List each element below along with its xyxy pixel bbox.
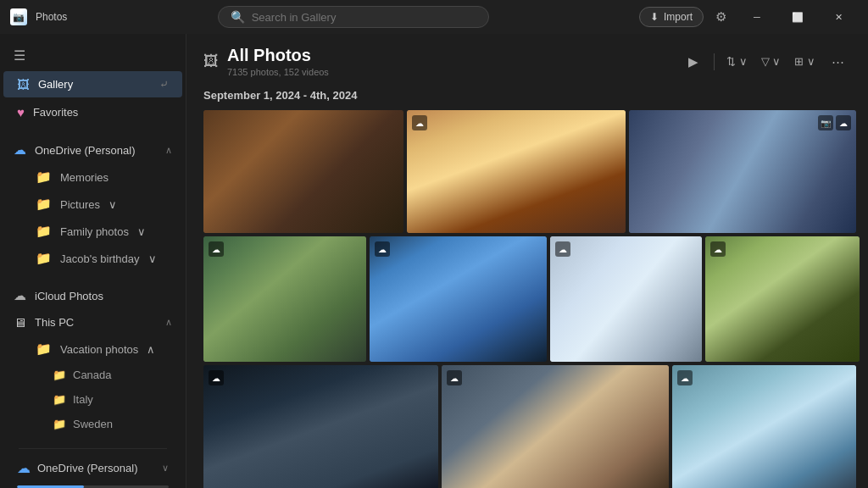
gallery-action-icon: ⤶ — [159, 78, 169, 91]
titlebar-left: 📷 Photos — [10, 8, 67, 25]
onedrive-section-icon: ☁ — [14, 142, 26, 158]
gallery-icon: 🖼 — [17, 77, 30, 92]
photo-r2c1[interactable]: ☁ — [203, 236, 366, 362]
jacobs-birthday-label: Jacob's birthday — [60, 252, 140, 265]
sidebar-item-pictures[interactable]: 📁 Pictures ∨ — [3, 191, 182, 217]
window-controls: ─ ⬜ ✕ — [737, 3, 858, 30]
sidebar-section-thispc[interactable]: 🖥 This PC ∧ — [0, 309, 186, 336]
thispc-chevron: ∧ — [165, 317, 172, 328]
slideshow-button[interactable]: ▶ — [680, 48, 707, 75]
app-icon: 📷 — [10, 8, 27, 25]
close-button[interactable]: ✕ — [819, 3, 858, 30]
search-bar[interactable]: 🔍 — [218, 6, 489, 28]
photo-badge-r2c2: ☁ — [375, 241, 390, 257]
vacation-label: Vacation photos — [60, 343, 138, 356]
photo-image-r3c2 — [442, 365, 669, 488]
sidebar-favorites-label: Favorites — [33, 106, 169, 119]
onedrive-bottom-label: OneDrive (Personal) — [37, 462, 155, 474]
photo-r3c1[interactable]: ☁ — [203, 365, 438, 488]
canada-label: Canada — [73, 369, 112, 381]
sweden-label: Sweden — [73, 418, 113, 430]
pictures-label: Pictures — [60, 198, 100, 211]
sidebar-item-gallery[interactable]: 🖼 Gallery ⤶ — [3, 71, 182, 97]
page-title: All Photos — [227, 46, 329, 65]
photo-r2c2[interactable]: ☁ — [370, 236, 547, 362]
memories-icon: 📁 — [36, 169, 52, 185]
onedrive-bottom-item[interactable]: ☁ OneDrive (Personal) ∨ — [10, 454, 175, 482]
photo-r1c2[interactable]: ☁ — [407, 110, 626, 233]
thispc-label: This PC — [35, 316, 157, 329]
import-button[interactable]: ⬇ Import — [639, 7, 704, 27]
settings-button[interactable]: ⚙ — [709, 5, 732, 29]
photo-r2c4[interactable]: ☁ — [705, 236, 860, 362]
maximize-button[interactable]: ⬜ — [778, 3, 817, 30]
search-input[interactable] — [252, 11, 476, 24]
family-photos-chevron: ∨ — [137, 225, 146, 238]
titlebar: 📷 Photos 🔍 ⬇ Import ⚙ ─ ⬜ ✕ — [0, 0, 868, 34]
photo-r2c3[interactable]: ☁ — [550, 236, 702, 362]
photo-row-3: ☁ ☁ ☁ — [203, 365, 851, 488]
italy-label: Italy — [73, 393, 93, 406]
vacation-chevron: ∧ — [147, 343, 155, 356]
hamburger-icon: ☰ — [14, 47, 25, 64]
photo-badge-r3c2: ☁ — [447, 370, 462, 385]
sidebar-item-jacobs-birthday[interactable]: 📁 Jacob's birthday ∨ — [3, 246, 182, 271]
sweden-icon: 📁 — [53, 418, 66, 430]
filter-button[interactable]: ▽ ∨ — [756, 48, 787, 75]
photo-badge-r2c4: ☁ — [710, 241, 726, 257]
sidebar-item-italy[interactable]: 📁 Italy — [3, 388, 182, 411]
titlebar-center: 🔍 — [67, 6, 639, 28]
jacobs-chevron: ∨ — [148, 252, 157, 265]
content-area: 🖼 All Photos 7135 photos, 152 videos ▶ ⇅… — [186, 34, 868, 488]
all-photos-icon: 🖼 — [203, 53, 219, 70]
sidebar-bottom: ☁ OneDrive (Personal) ∨ 2.2 GB used of 5… — [0, 436, 186, 488]
app-title: Photos — [36, 11, 67, 23]
titlebar-right: ⬇ Import ⚙ ─ ⬜ ✕ — [639, 3, 858, 30]
vacation-icon: 📁 — [36, 341, 52, 357]
photo-badge-r2c1: ☁ — [209, 241, 224, 257]
photo-image-r3c1 — [203, 365, 438, 488]
onedrive-bottom-icon: ☁ — [17, 460, 31, 476]
import-label: Import — [664, 11, 693, 23]
sidebar-item-memories[interactable]: 📁 Memories — [3, 164, 182, 190]
canada-icon: 📁 — [53, 369, 66, 381]
sidebar: ☰ 🖼 Gallery ⤶ ♥ Favorites ☁ OneDrive (Pe… — [0, 34, 186, 488]
photo-image-r2c1 — [203, 236, 366, 362]
content-header-top: 🖼 All Photos 7135 photos, 152 videos ▶ ⇅… — [203, 46, 851, 77]
badge-camera: 📷 — [818, 115, 833, 130]
photo-r1c1[interactable] — [203, 110, 403, 233]
family-photos-icon: 📁 — [36, 224, 52, 239]
photo-r3c2[interactable]: ☁ — [442, 365, 669, 488]
photo-image-r1c2 — [407, 110, 626, 233]
photo-r1c3[interactable]: 📷 ☁ — [629, 110, 856, 233]
sidebar-divider-3 — [19, 448, 167, 449]
photo-image-r1c1 — [203, 110, 403, 233]
sidebar-item-favorites[interactable]: ♥ Favorites — [3, 99, 182, 125]
photo-image-r3c3 — [672, 365, 856, 488]
badge-cloud: ☁ — [836, 115, 851, 130]
photo-r3c3[interactable]: ☁ — [672, 365, 856, 488]
sidebar-item-vacation[interactable]: 📁 Vacation photos ∧ — [3, 336, 182, 362]
family-photos-label: Family photos — [60, 225, 129, 238]
date-range-text: September 1, 2024 - 4th, 2024 — [203, 89, 357, 102]
sidebar-item-icloud[interactable]: ☁ iCloud Photos — [0, 282, 186, 309]
jacobs-birthday-icon: 📁 — [36, 251, 52, 266]
memories-label: Memories — [60, 171, 108, 184]
sidebar-item-sweden[interactable]: 📁 Sweden — [3, 413, 182, 435]
more-button[interactable]: ⋯ — [824, 48, 851, 75]
sort-button[interactable]: ⇅ ∨ — [721, 48, 753, 75]
hamburger-button[interactable]: ☰ — [0, 41, 186, 70]
minimize-button[interactable]: ─ — [737, 3, 776, 30]
icloud-icon: ☁ — [14, 288, 26, 303]
sidebar-item-family-photos[interactable]: 📁 Family photos ∨ — [3, 219, 182, 244]
content-toolbar: ▶ ⇅ ∨ ▽ ∨ ⊞ ∨ ⋯ — [680, 48, 851, 75]
icloud-label: iCloud Photos — [35, 290, 172, 302]
sidebar-item-canada[interactable]: 📁 Canada — [3, 363, 182, 386]
photo-image-r2c2 — [370, 236, 547, 362]
sidebar-section-onedrive[interactable]: ☁ OneDrive (Personal) ∧ — [0, 136, 186, 164]
photo-badge-r1c2: ☁ — [412, 115, 427, 130]
photo-grid: ☁ 📷 ☁ ☁ ☁ — [186, 110, 868, 488]
view-button[interactable]: ⊞ ∨ — [789, 48, 821, 75]
date-header: September 1, 2024 - 4th, 2024 — [186, 84, 868, 110]
sidebar-gallery-label: Gallery — [38, 78, 151, 91]
